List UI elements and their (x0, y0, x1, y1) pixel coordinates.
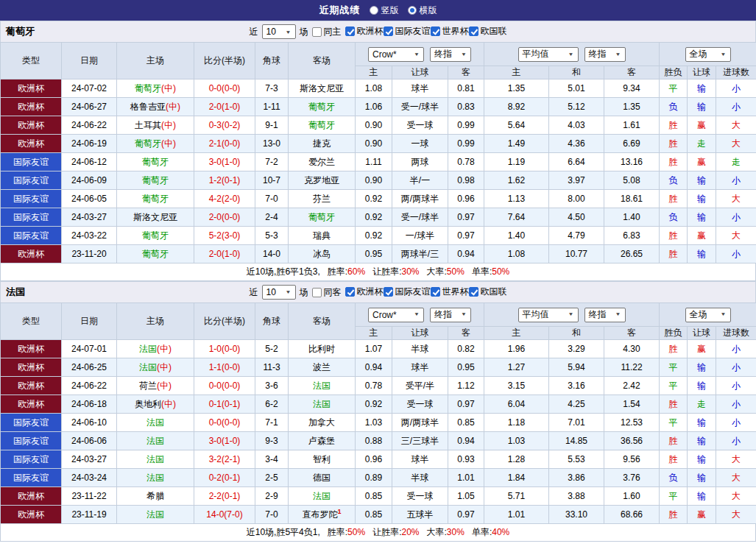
league-checkbox[interactable]: 世界杯 (431, 25, 469, 38)
odds-company-header: Crow* ▼ 终指 ▼ (356, 303, 484, 327)
type-cell: 欧洲杯 (1, 79, 62, 98)
date-cell: 24-06-09 (62, 171, 117, 190)
type-cell: 欧洲杯 (1, 340, 62, 358)
away-odds-cell: 0.85 (448, 414, 484, 432)
col-corner: 角球 (255, 43, 289, 79)
corner-cell: 7-0 (255, 190, 289, 208)
col-avg-draw: 和 (549, 66, 604, 79)
home-cell: 葡萄牙(中) (117, 135, 194, 153)
average-select[interactable]: 平均值 ▼ (518, 308, 579, 322)
handicap-result-cell: 输 (688, 98, 716, 116)
odds-company-select[interactable]: Crow* ▼ (368, 47, 424, 62)
odds-company-select[interactable]: Crow* ▼ (368, 308, 424, 322)
away-cell: 捷克 (289, 135, 356, 153)
games-count-select[interactable]: 10 ▼ (262, 24, 296, 39)
checkbox-checked-icon (384, 26, 393, 36)
avg-draw-cell: 3.97 (549, 171, 604, 190)
away-odds-cell: 0.99 (448, 135, 484, 153)
league-filters: 欧洲杯国际友谊世界杯欧国联 (345, 286, 507, 299)
result-cell: 平 (660, 79, 688, 98)
neutral-venue-tag: (中) (166, 102, 180, 112)
home-cell: 葡萄牙 (117, 153, 194, 171)
score-cell: 3-0(1-0) (194, 432, 255, 450)
layout-radio-horizontal[interactable]: 横版 (408, 4, 437, 17)
away-odds-cell: 0.82 (448, 340, 484, 358)
final-odds-select[interactable]: 终指 ▼ (430, 47, 471, 62)
filter-controls: 近 10 ▼ 场 同主 欧洲杯国际友谊世界杯欧国联 (1, 21, 755, 42)
avg-away-cell: 4.30 (604, 340, 660, 358)
league-checkbox[interactable]: 欧洲杯 (345, 286, 384, 298)
layout-radio-vertical[interactable]: 竖版 (370, 4, 399, 17)
away-cell: 芬兰 (289, 190, 356, 208)
avg-away-cell: 6.83 (604, 227, 660, 245)
full-match-header: 全场 ▼ (660, 303, 756, 327)
table-row: 欧洲杯24-06-27格鲁吉亚(中)2-0(1-0)1-11葡萄牙1.06受一/… (1, 98, 756, 116)
away-cell: 智利 (289, 450, 356, 469)
col-home: 主场 (117, 43, 194, 79)
avg-draw-cell: 8.00 (549, 190, 604, 208)
same-side-label: 同客 (324, 286, 342, 299)
col-date: 日期 (62, 43, 117, 79)
league-checkbox[interactable]: 欧国联 (469, 286, 507, 298)
summary-stat: 单率:40% (472, 526, 509, 539)
league-checkbox[interactable]: 国际友谊 (384, 25, 431, 38)
result-cell: 胜 (660, 153, 688, 171)
col-goals: 进球数 (716, 66, 756, 79)
team-link: 葡萄牙 (142, 194, 169, 204)
result-cell: 胜 (660, 245, 688, 263)
away-cell: 法国 (289, 395, 356, 414)
league-checkbox[interactable]: 欧国联 (469, 25, 507, 38)
league-label: 世界杯 (442, 25, 469, 38)
type-cell: 国际友谊 (1, 153, 62, 171)
table-row: 欧洲杯24-06-22荷兰(中)0-0(0-0)3-6法国0.78受平/半1.1… (1, 377, 756, 395)
chevron-down-icon: ▼ (414, 52, 420, 57)
home-cell: 荷兰(中) (117, 377, 194, 395)
avg-draw-cell: 3.86 (549, 469, 604, 487)
league-checkbox[interactable]: 欧洲杯 (345, 25, 384, 38)
final-odds-select[interactable]: 终指 ▼ (584, 308, 626, 322)
col-handicap-result: 让球 (688, 66, 716, 79)
handicap-cell: 受一球 (392, 395, 448, 414)
home-odds-cell: 0.92 (356, 190, 392, 208)
summary-stat: 胜率:60% (328, 266, 365, 278)
summary-prefix: 近10场,胜5平4负1, (247, 526, 320, 539)
league-label: 欧洲杯 (357, 25, 384, 38)
col-handicap-result: 让球 (688, 327, 716, 340)
goals-cell: 大 (716, 487, 756, 506)
final-odds-select[interactable]: 终指 ▼ (430, 308, 471, 322)
results-table: 类型 日期 主场 比分(半场) 角球 客场 Crow* ▼ 终指 (0, 302, 756, 524)
games-count-select[interactable]: 10 ▼ (262, 285, 296, 300)
home-cell: 希腊 (117, 487, 194, 506)
col-goals: 进球数 (716, 327, 756, 340)
away-cell: 葡萄牙 (289, 98, 356, 116)
score-cell: 1-1(0-0) (194, 358, 255, 377)
team-link: 葡萄牙 (135, 83, 161, 93)
same-side-checkbox[interactable]: 同客 (312, 286, 342, 299)
league-checkbox[interactable]: 世界杯 (431, 286, 469, 298)
full-match-select[interactable]: 全场 ▼ (685, 47, 731, 62)
col-avg-draw: 和 (549, 327, 604, 340)
corner-cell: 6-2 (255, 395, 289, 414)
same-side-checkbox[interactable]: 同主 (312, 26, 342, 38)
handicap-result-cell: 输 (688, 171, 716, 190)
full-match-select[interactable]: 全场 ▼ (685, 308, 731, 322)
neutral-venue-tag: (中) (157, 344, 172, 354)
corner-cell: 9-1 (255, 116, 289, 135)
date-cell: 24-03-24 (62, 469, 117, 487)
avg-home-cell: 1.13 (484, 190, 549, 208)
league-checkbox[interactable]: 国际友谊 (384, 286, 431, 298)
handicap-result-cell: 赢 (688, 116, 716, 135)
corner-cell: 2-5 (255, 469, 289, 487)
away-odds-cell: 0.81 (448, 79, 484, 98)
team-link: 法国 (146, 417, 164, 428)
home-cell: 法国 (117, 450, 194, 469)
table-row: 国际友谊24-03-24法国0-2(0-1)2-5德国0.89半球1.011.8… (1, 469, 756, 487)
avg-draw-cell: 4.36 (549, 135, 604, 153)
final-odds-select[interactable]: 终指 ▼ (584, 47, 626, 62)
team-link: 比利时 (308, 344, 335, 354)
corner-cell: 13-0 (255, 135, 289, 153)
league-label: 欧国联 (481, 25, 507, 38)
corner-cell: 14-0 (255, 245, 289, 263)
average-select[interactable]: 平均值 ▼ (518, 47, 579, 62)
date-cell: 24-06-19 (62, 135, 117, 153)
